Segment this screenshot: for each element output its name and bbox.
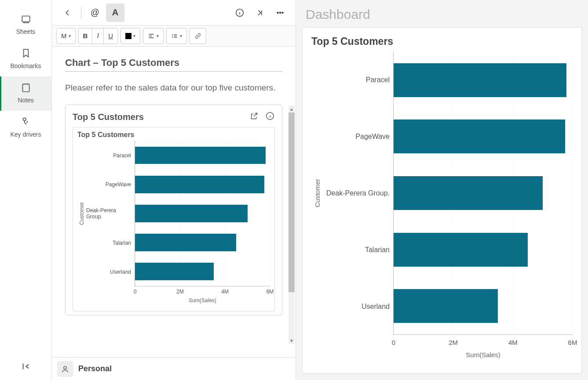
format-bar: M▾ B I U ▾ ▾ ▾ xyxy=(52,25,296,47)
y-axis-label: Customer xyxy=(314,179,321,207)
color-swatch xyxy=(125,33,131,39)
note-content[interactable]: Chart – Top 5 Customers Pleaser refer to… xyxy=(52,47,296,357)
y-tick-label: Talarian xyxy=(86,228,135,257)
bar[interactable] xyxy=(394,233,528,267)
bar[interactable] xyxy=(394,176,543,210)
link-button[interactable] xyxy=(190,29,206,43)
more-button[interactable] xyxy=(271,4,289,22)
note-title: Chart – Top 5 Customers xyxy=(65,57,282,72)
sidebar-item-sheets[interactable]: Sheets xyxy=(0,8,51,42)
svg-rect-0 xyxy=(22,16,29,22)
bar[interactable] xyxy=(135,234,236,251)
sidebar-item-bookmarks[interactable]: Bookmarks xyxy=(0,42,51,76)
dashboard-title: Dashboard xyxy=(296,0,588,27)
y-tick-label: Paracel xyxy=(86,141,135,170)
topbar: @ A xyxy=(52,0,296,25)
sidebar-item-label: Sheets xyxy=(16,28,36,35)
x-tick-label: 0 xyxy=(392,339,395,346)
svg-rect-1 xyxy=(22,84,29,91)
inner-chart-title: Top 5 Customers xyxy=(77,131,270,139)
card-title: Top 5 Customers xyxy=(73,112,249,122)
dashboard-bar-chart[interactable]: CustomerParacelPageWaveDeak-Perera Group… xyxy=(311,52,573,368)
y-axis-label: Customer xyxy=(79,202,85,225)
sidebar-bottom xyxy=(0,361,51,372)
x-tick-label: 6M xyxy=(568,339,577,346)
heading-select[interactable]: M▾ xyxy=(57,29,75,43)
svg-point-11 xyxy=(64,366,66,369)
scroll-up-icon: ▲ xyxy=(289,105,294,112)
list-icon xyxy=(171,33,178,40)
y-tick-label: Talarian xyxy=(323,221,393,278)
go-to-end-button[interactable] xyxy=(251,4,269,22)
y-tick-label: Deak-Perera Group. xyxy=(86,199,135,228)
notes-pane: @ A M▾ B I U ▾ xyxy=(52,0,296,380)
embedded-chart-card: Top 5 Customers Top 5 Customers Customer… xyxy=(65,105,282,315)
back-button[interactable] xyxy=(58,4,77,22)
notes-icon xyxy=(20,82,32,93)
bar[interactable] xyxy=(135,205,248,222)
info-button[interactable] xyxy=(230,4,249,22)
bold-button[interactable]: B xyxy=(79,29,92,43)
x-tick-label: 0 xyxy=(134,289,137,295)
x-tick-label: 6M xyxy=(267,289,274,295)
y-tick-label: PageWave xyxy=(323,109,393,165)
chevron-down-icon: ▾ xyxy=(157,33,159,38)
embedded-bar-chart[interactable]: CustomerParacelPageWaveDeak-Perera Group… xyxy=(77,141,270,310)
svg-point-2 xyxy=(23,118,26,121)
y-tick-label: Paracel xyxy=(323,52,393,109)
x-axis-label: Sum(Sales) xyxy=(189,297,216,304)
share-button[interactable] xyxy=(249,111,259,123)
divider xyxy=(81,7,81,19)
chart-info-button[interactable] xyxy=(265,111,275,123)
text-a-icon: A xyxy=(112,7,118,18)
chevron-down-icon: ▾ xyxy=(69,33,71,38)
collapse-sidebar-button[interactable] xyxy=(20,361,32,372)
bookmark-icon xyxy=(20,47,32,59)
dashboard-card-title: Top 5 Customers xyxy=(311,36,573,47)
sidebar-item-keydrivers[interactable]: Key drivers xyxy=(0,111,51,145)
x-tick-label: 2M xyxy=(449,339,458,346)
chevron-down-icon: ▾ xyxy=(133,33,135,38)
bar[interactable] xyxy=(135,147,266,164)
key-drivers-icon xyxy=(20,116,32,127)
sidebar-item-label: Key drivers xyxy=(10,131,41,138)
list-select[interactable]: ▾ xyxy=(167,29,186,43)
sidebar-item-label: Notes xyxy=(18,97,34,104)
svg-point-9 xyxy=(172,37,173,38)
align-select[interactable]: ▾ xyxy=(143,29,163,43)
y-tick-label: PageWave xyxy=(86,170,135,199)
x-tick-label: 4M xyxy=(508,339,518,346)
svg-point-5 xyxy=(280,12,281,13)
at-sign-icon: @ xyxy=(91,7,99,18)
footer: Personal xyxy=(52,357,296,380)
bar[interactable] xyxy=(394,119,565,153)
bar[interactable] xyxy=(394,63,566,97)
svg-point-8 xyxy=(172,36,173,36)
chevron-down-icon: ▾ xyxy=(180,33,182,38)
footer-label: Personal xyxy=(78,364,112,373)
align-left-icon xyxy=(148,33,155,40)
bar[interactable] xyxy=(135,263,214,280)
sidebar-item-label: Bookmarks xyxy=(10,62,41,69)
link-icon xyxy=(194,33,201,40)
dashboard-card: Top 5 Customers CustomerParacelPageWaveD… xyxy=(302,27,582,374)
svg-point-4 xyxy=(277,12,278,13)
text-tool-button[interactable]: A xyxy=(106,4,124,22)
underline-button[interactable]: U xyxy=(103,29,117,43)
x-tick-label: 4M xyxy=(221,289,229,295)
scrollbar[interactable]: ▲ ▼ xyxy=(289,105,295,344)
sidebar-item-notes[interactable]: Notes xyxy=(0,76,51,111)
x-tick-label: 2M xyxy=(176,289,184,295)
user-menu[interactable] xyxy=(57,361,73,377)
bar[interactable] xyxy=(394,289,498,323)
mention-button[interactable]: @ xyxy=(86,4,104,22)
y-tick-label: Userland xyxy=(323,278,393,335)
note-body: Pleaser refer to the sales data for our … xyxy=(65,81,282,94)
italic-button[interactable]: I xyxy=(92,29,103,43)
sidebar: Sheets Bookmarks Notes Key drivers xyxy=(0,0,52,380)
y-tick-label: Userland xyxy=(86,257,135,286)
text-color-select[interactable]: ▾ xyxy=(121,29,140,43)
bar[interactable] xyxy=(135,176,264,193)
scroll-down-icon: ▼ xyxy=(289,337,294,344)
dashboard-pane: Dashboard Top 5 Customers CustomerParace… xyxy=(296,0,588,380)
